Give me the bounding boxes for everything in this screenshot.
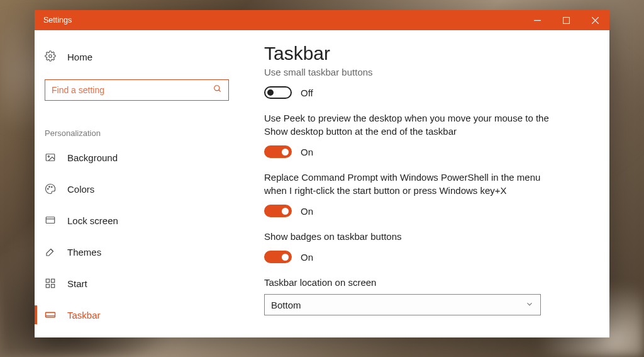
palette-icon bbox=[45, 183, 56, 195]
svg-rect-17 bbox=[52, 285, 55, 288]
close-button[interactable] bbox=[580, 10, 609, 30]
sidebar-item-label: Start bbox=[67, 278, 87, 289]
svg-rect-14 bbox=[46, 279, 49, 282]
page-title: Taskbar bbox=[264, 43, 584, 64]
svg-point-11 bbox=[52, 186, 53, 188]
home-label: Home bbox=[67, 52, 92, 62]
toggle-row-small-buttons: Off bbox=[264, 86, 584, 99]
search-icon bbox=[213, 84, 222, 96]
search-wrap bbox=[45, 79, 229, 101]
svg-rect-18 bbox=[46, 312, 55, 317]
toggle-row-badges: On bbox=[264, 251, 584, 263]
svg-point-4 bbox=[49, 54, 52, 57]
titlebar: Settings bbox=[35, 10, 609, 30]
toggle-state-label: On bbox=[301, 206, 313, 217]
sidebar-item-label: Taskbar bbox=[67, 310, 101, 320]
sidebar-item-label: Colors bbox=[67, 184, 94, 195]
svg-point-10 bbox=[49, 186, 50, 188]
svg-rect-7 bbox=[46, 154, 55, 161]
start-icon bbox=[45, 278, 56, 289]
toggle-small-buttons[interactable] bbox=[264, 86, 292, 99]
minimize-button[interactable] bbox=[523, 10, 552, 30]
toggle-row-powershell: On bbox=[264, 205, 584, 217]
toggle-state-label: Off bbox=[301, 88, 313, 98]
sidebar-item-colors[interactable]: Colors bbox=[35, 173, 239, 205]
sidebar-item-label: Lock screen bbox=[67, 215, 118, 226]
gear-icon bbox=[45, 50, 56, 64]
settings-window: Settings Home bbox=[35, 10, 609, 337]
search-box[interactable] bbox=[45, 79, 229, 101]
sidebar-item-lock-screen[interactable]: Lock screen bbox=[35, 205, 239, 236]
svg-point-5 bbox=[214, 86, 219, 91]
toggle-powershell[interactable] bbox=[264, 205, 292, 217]
svg-point-8 bbox=[48, 156, 49, 157]
window-title: Settings bbox=[35, 16, 523, 25]
dropdown-value: Bottom bbox=[271, 300, 301, 310]
sidebar-item-label: Themes bbox=[67, 247, 101, 258]
lockscreen-icon bbox=[45, 215, 56, 226]
toggle-state-label: On bbox=[301, 147, 313, 157]
svg-rect-12 bbox=[46, 217, 55, 224]
sidebar-item-start[interactable]: Start bbox=[35, 268, 239, 299]
sidebar: Home Personalization Background bbox=[35, 30, 239, 337]
toggle-badges[interactable] bbox=[264, 251, 292, 263]
svg-point-9 bbox=[48, 188, 49, 190]
chevron-down-icon bbox=[525, 300, 534, 310]
dropdown-taskbar-location[interactable]: Bottom bbox=[264, 294, 541, 315]
search-input[interactable] bbox=[52, 85, 213, 95]
body: Home Personalization Background bbox=[35, 30, 609, 337]
option-label-badges: Show badges on taskbar buttons bbox=[264, 230, 553, 243]
home-button[interactable]: Home bbox=[35, 43, 239, 71]
picture-icon bbox=[45, 152, 56, 163]
option-label-location: Taskbar location on screen bbox=[264, 277, 584, 288]
svg-line-6 bbox=[219, 90, 221, 92]
svg-rect-1 bbox=[563, 17, 569, 23]
option-label-powershell: Replace Command Prompt with Windows Powe… bbox=[264, 171, 553, 197]
sidebar-item-background[interactable]: Background bbox=[35, 142, 239, 173]
taskbar-icon bbox=[45, 309, 56, 320]
option-label-peek: Use Peek to preview the desktop when you… bbox=[264, 111, 553, 138]
toggle-row-peek: On bbox=[264, 145, 584, 158]
maximize-button[interactable] bbox=[552, 10, 580, 30]
sidebar-item-themes[interactable]: Themes bbox=[35, 236, 239, 268]
section-label: Personalization bbox=[45, 128, 239, 138]
sidebar-item-label: Background bbox=[67, 152, 118, 163]
content: Taskbar Use small taskbar buttons Off Us… bbox=[239, 30, 609, 337]
svg-rect-15 bbox=[52, 279, 55, 282]
toggle-state-label: On bbox=[301, 252, 313, 263]
sidebar-item-taskbar[interactable]: Taskbar bbox=[35, 299, 239, 331]
toggle-peek[interactable] bbox=[264, 145, 292, 158]
themes-icon bbox=[45, 246, 56, 258]
option-label-small-buttons: Use small taskbar buttons bbox=[264, 65, 553, 79]
svg-rect-16 bbox=[46, 285, 49, 288]
